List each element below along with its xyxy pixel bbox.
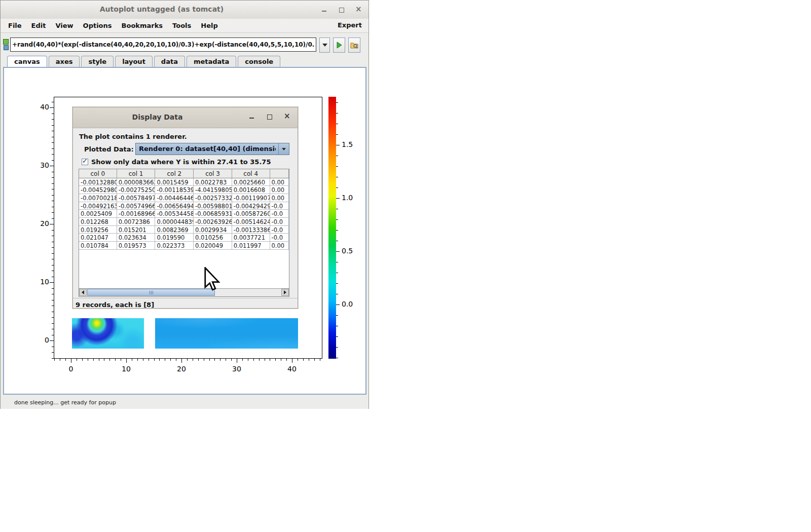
right-arrow-icon <box>284 290 286 294</box>
tab-canvas[interactable]: canvas <box>7 56 47 68</box>
dialog-minimize-button[interactable] <box>248 113 255 120</box>
column-header[interactable]: col 4 <box>232 169 270 178</box>
table-cell: -0.005872606... <box>232 210 270 218</box>
menu-file[interactable]: File <box>6 20 24 31</box>
datasource-indicator-icon <box>3 39 9 52</box>
table-cell: 0.022373 <box>155 242 194 250</box>
window-titlebar[interactable]: Autoplot untagged (as tomcat) × <box>1 1 368 19</box>
table-row[interactable]: 0.0025409-0.001689662...-0.005344580...-… <box>79 210 289 218</box>
filter-checkbox[interactable]: ✓ <box>82 159 88 165</box>
uri-dropdown-button[interactable] <box>319 37 330 53</box>
plot-go-button[interactable] <box>333 37 345 53</box>
table-cell: -0.0 <box>270 226 289 234</box>
uri-input[interactable] <box>10 37 316 52</box>
column-header[interactable]: col 1 <box>117 169 156 178</box>
table-row[interactable]: 0.0210470.0236340.0195900.0102560.003772… <box>79 234 289 242</box>
tab-style[interactable]: style <box>81 56 114 67</box>
table-row[interactable]: -0.004921634...-0.005749665...-0.0065649… <box>79 202 289 210</box>
datasource-green-icon <box>3 39 9 45</box>
maximize-icon <box>267 115 272 120</box>
close-icon: × <box>284 111 290 121</box>
horizontal-scrollbar[interactable] <box>79 288 289 296</box>
combobox-value: Renderer 0: dataset[40,40] (dimension... <box>139 145 276 153</box>
open-file-button[interactable] <box>348 37 360 53</box>
tab-console[interactable]: console <box>238 56 280 67</box>
table-header-row: col 0col 1col 2col 3col 4 <box>79 169 289 178</box>
table-row[interactable]: -0.004529800...-0.002752505...-0.0011853… <box>79 186 289 194</box>
menu-bookmarks[interactable]: Bookmarks <box>119 20 166 31</box>
chevron-down-icon <box>282 148 286 150</box>
play-icon <box>336 42 343 49</box>
menu-expert[interactable]: Expert <box>338 21 362 29</box>
dialog-body: The plot contains 1 renderer. Plotted Da… <box>73 128 298 309</box>
table-cell: 0.019573 <box>117 242 156 250</box>
column-header[interactable]: col 0 <box>79 169 117 178</box>
table-cell: -0.001199077... <box>232 194 270 202</box>
uri-bar <box>1 37 368 54</box>
column-header[interactable]: col 3 <box>194 169 232 178</box>
table-cell: 0.00 <box>270 178 289 186</box>
plotted-data-label: Plotted Data: <box>84 145 134 153</box>
close-button[interactable]: × <box>355 6 362 13</box>
chevron-down-icon <box>322 44 327 47</box>
filter-checkbox-label: Show only data where Y is within 27.41 t… <box>91 158 271 166</box>
menu-help[interactable]: Help <box>198 20 220 31</box>
maximize-button[interactable] <box>338 6 345 13</box>
menubar: FileEditViewOptionsBookmarksToolsHelp <box>1 19 368 33</box>
table-cell: -0.004529800... <box>79 186 117 194</box>
menu-view[interactable]: View <box>53 20 76 31</box>
table-row[interactable]: 0.0107840.0195730.0223730.0200490.011997… <box>79 242 289 250</box>
dialog-titlebar[interactable]: Display Data × <box>73 107 298 128</box>
table-cell: 0.00 <box>270 194 289 202</box>
table-cell: -0.002573321... <box>194 194 232 202</box>
data-table[interactable]: col 0col 1col 2col 3col 4-0.001328804...… <box>79 169 289 297</box>
statusbar: done sleeping... get ready for popup <box>1 395 368 409</box>
dialog-title: Display Data <box>73 113 242 121</box>
table-cell: -0.001689662... <box>117 210 156 218</box>
dialog-maximize-button[interactable] <box>266 113 273 120</box>
datasource-blue-icon <box>4 45 9 50</box>
display-data-dialog: Display Data × The plot contains 1 rende… <box>72 107 298 309</box>
menu-tools[interactable]: Tools <box>170 20 194 31</box>
table-cell: -0.001333864... <box>232 226 270 234</box>
minimize-icon <box>249 118 254 119</box>
table-cell: 0.019590 <box>155 234 194 242</box>
tab-data[interactable]: data <box>154 56 185 67</box>
table-cell: -0.0 <box>270 202 289 210</box>
menu-options[interactable]: Options <box>81 20 115 31</box>
table-row[interactable]: 0.0122680.00723860.000044839-0.002639263… <box>79 218 289 226</box>
combobox-arrow-button[interactable] <box>278 143 289 155</box>
column-header[interactable]: col 2 <box>155 169 194 178</box>
records-text: 9 records, each is [8] <box>76 301 154 309</box>
dialog-close-button[interactable]: × <box>284 113 291 120</box>
table-cell: -0.001185396... <box>155 186 194 194</box>
table-cell: 0.019256 <box>79 226 117 234</box>
table-cell: -0.001328804... <box>79 178 117 186</box>
cursor-icon <box>204 267 220 291</box>
table-cell: -0.007002187... <box>79 194 117 202</box>
table-row[interactable]: -0.007002187...-0.005784977...-0.0044644… <box>79 194 289 202</box>
table-cell: -0.004921634... <box>79 202 117 210</box>
menu-edit[interactable]: Edit <box>29 20 49 31</box>
table-cell: -0.0 <box>270 218 289 226</box>
scrollbar-thumb[interactable] <box>87 289 215 296</box>
minimize-button[interactable] <box>321 6 328 13</box>
table-cell: 0.000044839 <box>155 218 194 226</box>
table-cell: -4.041598058... <box>194 186 232 194</box>
table-cell: 0.0015459 <box>155 178 194 186</box>
plotted-data-combobox[interactable]: Renderer 0: dataset[40,40] (dimension... <box>135 143 289 155</box>
table-row[interactable]: 0.0192560.0152010.00823690.0029934-0.001… <box>79 226 289 234</box>
scroll-left-button[interactable] <box>79 289 87 296</box>
table-cell: 0.00 <box>270 186 289 194</box>
table-cell: 0.0037721 <box>232 234 270 242</box>
tab-layout[interactable]: layout <box>115 56 153 67</box>
tab-metadata[interactable]: metadata <box>187 56 236 67</box>
folder-search-icon <box>350 42 358 49</box>
column-header[interactable] <box>270 169 289 178</box>
tab-axes[interactable]: axes <box>49 56 80 67</box>
table-cell: -0.005749665... <box>117 202 156 210</box>
table-cell: 0.0072386 <box>117 218 156 226</box>
table-cell: -0.005344580... <box>155 210 194 218</box>
table-row[interactable]: -0.001328804...0.0000836620.00154590.002… <box>79 178 289 186</box>
scroll-right-button[interactable] <box>281 289 289 296</box>
